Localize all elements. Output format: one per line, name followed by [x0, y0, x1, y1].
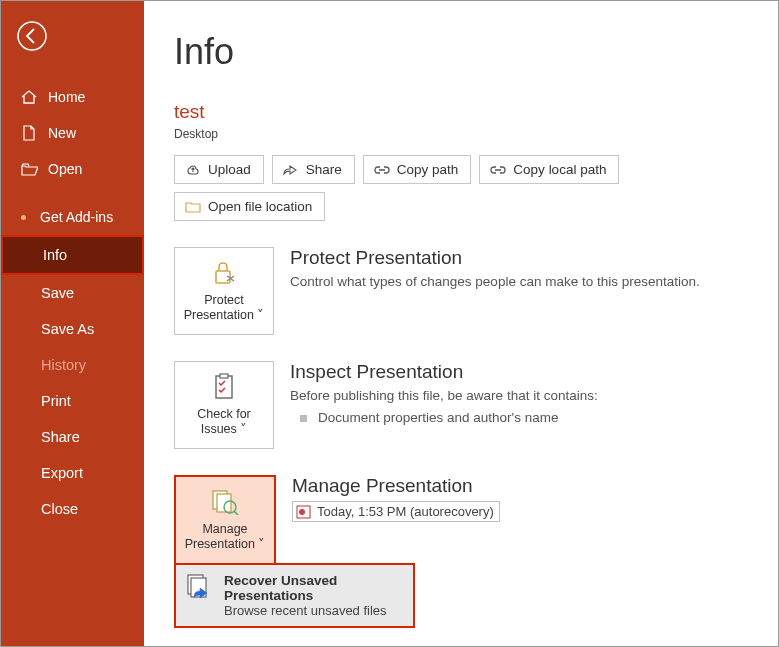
sidebar-item-label: History — [41, 357, 86, 373]
sidebar-item-addins[interactable]: Get Add-ins — [1, 199, 144, 235]
copy-local-path-button[interactable]: Copy local path — [479, 155, 619, 184]
recover-icon — [186, 573, 214, 603]
autorecovery-item[interactable]: Today, 1:53 PM (autorecovery) — [292, 501, 500, 522]
chevron-down-icon: ˅ — [257, 308, 264, 322]
sidebar-item-export[interactable]: Export — [1, 455, 144, 491]
sidebar-item-home[interactable]: Home — [1, 79, 144, 115]
sidebar-item-saveas[interactable]: Save As — [1, 311, 144, 347]
sidebar-item-label: Export — [41, 465, 83, 481]
button-label: Upload — [208, 162, 251, 177]
sidebar-item-label: New — [48, 125, 76, 141]
page-title: Info — [174, 31, 756, 73]
svg-rect-2 — [216, 376, 232, 398]
sidebar-item-label: Share — [41, 429, 80, 445]
upload-icon — [185, 163, 201, 177]
new-icon — [20, 125, 38, 141]
svg-point-8 — [299, 509, 305, 515]
inspect-item: Document properties and author's name — [290, 410, 598, 425]
dot-icon — [21, 215, 26, 220]
sidebar-item-print[interactable]: Print — [1, 383, 144, 419]
button-label: Copy local path — [513, 162, 606, 177]
link-icon — [490, 163, 506, 177]
sidebar-item-label: Get Add-ins — [40, 209, 113, 225]
manage-section: ManagePresentation ˅ Manage Presentation… — [174, 475, 756, 565]
manage-presentation-tile[interactable]: ManagePresentation ˅ — [174, 475, 276, 565]
home-icon — [20, 89, 38, 105]
svg-rect-3 — [220, 374, 228, 378]
inspect-section: Check forIssues ˅ Inspect Presentation B… — [174, 361, 756, 449]
open-icon — [20, 161, 38, 177]
share-icon — [283, 163, 299, 177]
sidebar-item-label: Save — [41, 285, 74, 301]
protect-presentation-tile[interactable]: ProtectPresentation ˅ — [174, 247, 274, 335]
protect-body: Protect Presentation Control what types … — [290, 247, 700, 335]
sidebar-item-info[interactable]: Info — [1, 235, 144, 275]
svg-point-0 — [18, 22, 46, 50]
copy-path-button[interactable]: Copy path — [363, 155, 472, 184]
sidebar-item-label: Info — [43, 247, 67, 263]
check-issues-tile[interactable]: Check forIssues ˅ — [174, 361, 274, 449]
open-location-button[interactable]: Open file location — [174, 192, 325, 221]
folder-icon — [185, 200, 201, 214]
button-label: Share — [306, 162, 342, 177]
action-buttons: Upload Share Copy path Copy local path O… — [174, 155, 756, 221]
chevron-down-icon: ˅ — [258, 537, 265, 551]
section-text: Control what types of changes people can… — [290, 273, 700, 292]
sidebar-item-label: Print — [41, 393, 71, 409]
sidebar-item-history: History — [1, 347, 144, 383]
sidebar-item-label: Save As — [41, 321, 94, 337]
share-button[interactable]: Share — [272, 155, 355, 184]
backstage-sidebar: Home New Open Get Add-ins Info Save Save… — [1, 1, 144, 646]
section-heading: Protect Presentation — [290, 247, 700, 269]
back-button[interactable] — [15, 19, 49, 53]
recover-unsaved-menuitem[interactable]: Recover Unsaved Presentations Browse rec… — [174, 563, 415, 628]
button-label: Open file location — [208, 199, 312, 214]
section-heading: Manage Presentation — [292, 475, 500, 497]
button-label: Copy path — [397, 162, 459, 177]
sidebar-item-save[interactable]: Save — [1, 275, 144, 311]
manage-body: Manage Presentation Today, 1:53 PM (auto… — [292, 475, 500, 565]
dropdown-subtitle: Browse recent unsaved files — [224, 603, 403, 618]
protect-section: ProtectPresentation ˅ Protect Presentati… — [174, 247, 756, 335]
recovery-label: Today, 1:53 PM (autorecovery) — [317, 504, 494, 519]
sidebar-item-new[interactable]: New — [1, 115, 144, 151]
chevron-down-icon: ˅ — [240, 422, 247, 436]
section-text: Before publishing this file, be aware th… — [290, 387, 598, 406]
link-icon — [374, 163, 390, 177]
presentation-icon — [296, 505, 311, 519]
file-path: Desktop — [174, 127, 756, 141]
inspect-body: Inspect Presentation Before publishing t… — [290, 361, 598, 449]
sidebar-item-label: Open — [48, 161, 82, 177]
section-heading: Inspect Presentation — [290, 361, 598, 383]
documents-icon — [209, 488, 241, 516]
sidebar-item-label: Close — [41, 501, 78, 517]
sidebar-item-open[interactable]: Open — [1, 151, 144, 187]
main-content: Info test Desktop Upload Share Copy path… — [144, 1, 778, 646]
checklist-icon — [208, 373, 240, 401]
sidebar-item-label: Home — [48, 89, 85, 105]
dropdown-title: Recover Unsaved Presentations — [224, 573, 403, 603]
sidebar-item-close[interactable]: Close — [1, 491, 144, 527]
file-name: test — [174, 101, 756, 123]
upload-button[interactable]: Upload — [174, 155, 264, 184]
lock-icon — [208, 259, 240, 287]
sidebar-item-share[interactable]: Share — [1, 419, 144, 455]
